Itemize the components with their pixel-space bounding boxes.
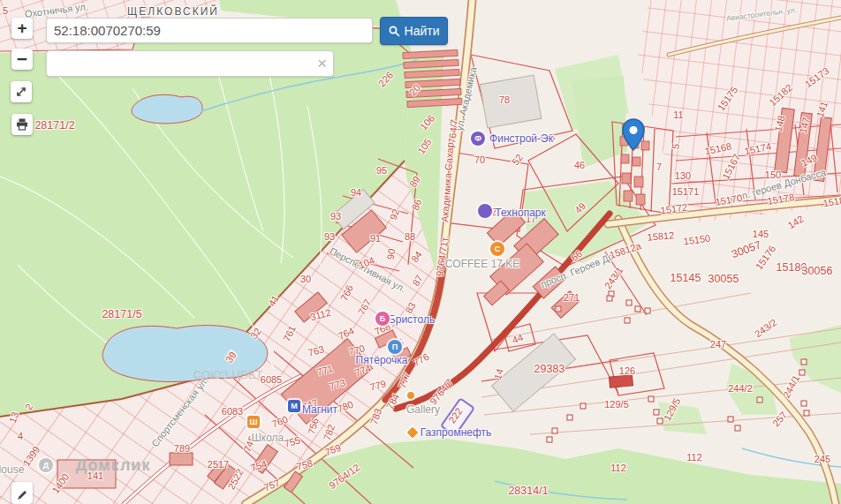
cadastral-search-input[interactable]	[46, 18, 373, 43]
location-pin	[622, 118, 645, 152]
zoom-in-button[interactable]: +	[11, 18, 33, 39]
clear-icon[interactable]: ×	[317, 54, 327, 73]
cadastral-map-app: ЩЕЛКОВСКИЙОхотничья ул.Авиастроительн. у…	[0, 0, 841, 504]
find-button[interactable]: Найти	[380, 17, 448, 45]
secondary-search-field: ×	[46, 50, 334, 77]
minus-icon: −	[17, 49, 27, 70]
find-button-label: Найти	[405, 24, 440, 38]
zoom-out-button[interactable]: −	[11, 49, 33, 70]
search-icon	[389, 26, 400, 37]
print-button[interactable]	[11, 114, 33, 135]
expand-arrows-icon	[14, 85, 28, 99]
printer-icon	[15, 117, 29, 132]
search-bar: Найти	[46, 18, 448, 45]
plus-icon: +	[17, 19, 27, 38]
pencil-icon	[15, 486, 29, 500]
measure-button[interactable]	[11, 482, 33, 504]
secondary-search-input[interactable]	[46, 50, 334, 77]
fullscreen-button[interactable]	[11, 81, 32, 102]
